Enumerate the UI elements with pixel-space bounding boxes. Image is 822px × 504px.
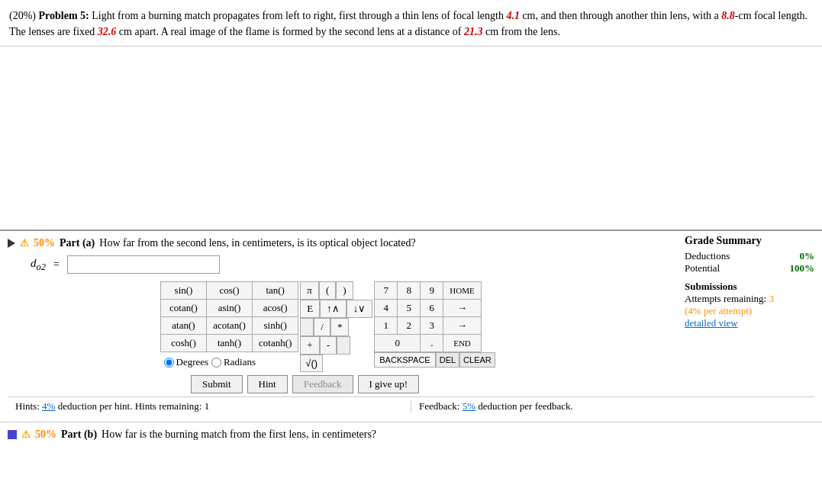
submissions-title: Submissions [685, 281, 814, 293]
num-8[interactable]: 8 [398, 282, 421, 300]
main-content: ⚠ 50% Part (a) How far from the second l… [0, 230, 822, 447]
hints-remaining: 1 [205, 400, 210, 412]
numpad: 7 8 9 HOME 4 5 6 → [374, 281, 495, 368]
degrees-label[interactable]: Degrees [164, 356, 209, 368]
down-arrow-btn[interactable]: ↓∨ [347, 300, 373, 318]
special-row5: √() [300, 355, 372, 372]
pi-btn[interactable]: π [300, 281, 319, 300]
bottom-buttons: Submit Hint Feedback I give up! [191, 375, 814, 393]
up-arrow-btn[interactable]: ↑∧ [320, 300, 347, 318]
e-btn[interactable]: E [300, 300, 320, 318]
potential-value: 100% [790, 262, 815, 274]
angle-unit-row: Degrees Radians [161, 356, 298, 368]
numpad-row1: 7 8 9 HOME 4 5 6 → [374, 281, 495, 352]
feedback-pct[interactable]: 5% [463, 400, 475, 412]
minus-btn[interactable]: - [320, 336, 337, 355]
function-keypad: sin() cos() tan() cotan() asin() acos() … [160, 281, 298, 371]
end-btn[interactable]: END [443, 335, 481, 352]
plus-btn[interactable]: + [300, 336, 319, 355]
hints-bar: Hints: 4% deduction per hint. Hints rema… [8, 396, 814, 416]
hint-button[interactable]: Hint [247, 375, 288, 393]
feedback-label: Feedback: [419, 400, 459, 412]
num-dot[interactable]: . [421, 335, 443, 352]
part-b-percent: 50% [35, 429, 56, 441]
attempts-row: Attempts remaining: 3 [685, 293, 814, 305]
detailed-view-link[interactable]: detailed view [685, 317, 738, 329]
hints-pct[interactable]: 4% [42, 400, 55, 412]
special-keypad: π ( ) E ↑∧ ↓∨ / * + [300, 281, 372, 372]
num-3[interactable]: 3 [421, 317, 443, 335]
part-b-question: How far is the burning match from the fi… [102, 429, 376, 441]
backspace-btn[interactable]: BACKSPACE [374, 352, 435, 368]
focal-length-2: 8.8 [721, 10, 735, 21]
cosh-btn[interactable]: cosh() [161, 335, 207, 352]
variable-label: do2 [31, 257, 46, 273]
sqrt-btn[interactable]: √() [300, 355, 323, 372]
num-9[interactable]: 9 [421, 282, 443, 300]
special-row4: + - [300, 336, 372, 355]
deductions-value: 0% [800, 250, 815, 262]
home-btn[interactable]: HOME [443, 282, 481, 300]
part-a-section: ⚠ 50% Part (a) How far from the second l… [0, 230, 822, 422]
special-row2: E ↑∧ ↓∨ [300, 300, 372, 318]
acos-btn[interactable]: acos() [253, 300, 298, 317]
part-b-warning-icon: ⚠ [21, 429, 31, 441]
tan-btn[interactable]: tan() [253, 282, 298, 300]
give-up-button[interactable]: I give up! [358, 375, 420, 393]
clear-btn[interactable]: CLEAR [459, 352, 495, 368]
part-b-label: Part (b) [61, 429, 97, 440]
close-paren-btn[interactable]: ) [336, 281, 353, 300]
hints-text: deduction per hint. Hints remaining: [58, 400, 202, 412]
num-4[interactable]: 4 [375, 300, 398, 317]
num-1[interactable]: 1 [375, 317, 398, 335]
cotanh-btn[interactable]: cotanh() [253, 335, 298, 352]
del-btn[interactable]: DEL [436, 352, 459, 368]
cos-btn[interactable]: cos() [207, 282, 253, 300]
per-attempt: (4% per attempt) [685, 305, 752, 316]
num-6[interactable]: 6 [421, 300, 443, 317]
answer-input[interactable] [67, 255, 220, 274]
main-layout: ⚠ 50% Part (a) How far from the second l… [0, 230, 822, 447]
open-paren-btn[interactable]: ( [319, 281, 336, 300]
cotan-btn[interactable]: cotan() [161, 300, 207, 317]
radians-radio[interactable] [211, 358, 221, 368]
right-arrow-btn-1[interactable]: → [443, 300, 481, 317]
divide-btn[interactable]: / [314, 318, 330, 336]
blank2-btn [337, 336, 350, 355]
problem-label: Problem 5: [39, 10, 89, 21]
backspace-row: BACKSPACE DEL CLEAR [374, 352, 495, 368]
play-icon [8, 239, 15, 248]
lens-distance: 32.6 [98, 26, 117, 37]
num-5[interactable]: 5 [398, 300, 421, 317]
grade-title: Grade Summary [685, 235, 814, 247]
attempts-value: 3 [769, 293, 774, 304]
degrees-radio[interactable] [164, 358, 174, 368]
feedback-text: deduction per feedback. [478, 400, 573, 412]
hints-right: Feedback: 5% deduction per feedback. [411, 400, 807, 413]
submit-button[interactable]: Submit [191, 375, 243, 393]
sin-btn[interactable]: sin() [161, 282, 207, 300]
problem-text: (20%) Problem 5: Light from a burning ma… [0, 0, 822, 47]
per-attempt-row: (4% per attempt) [685, 305, 814, 317]
part-b-section: ⚠ 50% Part (b) How far is the burning ma… [0, 422, 822, 447]
radians-label[interactable]: Radians [211, 356, 256, 368]
potential-row: Potential 100% [685, 262, 814, 274]
num-0[interactable]: 0 [375, 335, 421, 352]
hints-left: Hints: 4% deduction per hint. Hints rema… [15, 400, 411, 413]
deductions-row: Deductions 0% [685, 250, 814, 262]
asin-btn[interactable]: asin() [207, 300, 253, 317]
num-2[interactable]: 2 [398, 317, 421, 335]
square-icon [8, 430, 17, 439]
focal-length-1: 4.1 [506, 10, 520, 21]
sinh-btn[interactable]: sinh() [253, 317, 298, 335]
warning-icon: ⚠ [20, 237, 29, 249]
multiply-btn[interactable]: * [330, 318, 350, 336]
grade-panel: Grade Summary Deductions 0% Potential 10… [685, 235, 814, 329]
right-arrow-btn-2[interactable]: → [443, 317, 481, 335]
acotan-btn[interactable]: acotan() [207, 317, 253, 335]
problem-weight: (20%) [9, 10, 36, 21]
num-7[interactable]: 7 [375, 282, 398, 300]
feedback-button[interactable]: Feedback [292, 375, 353, 393]
tanh-btn[interactable]: tanh() [207, 335, 253, 352]
atan-btn[interactable]: atan() [161, 317, 207, 335]
